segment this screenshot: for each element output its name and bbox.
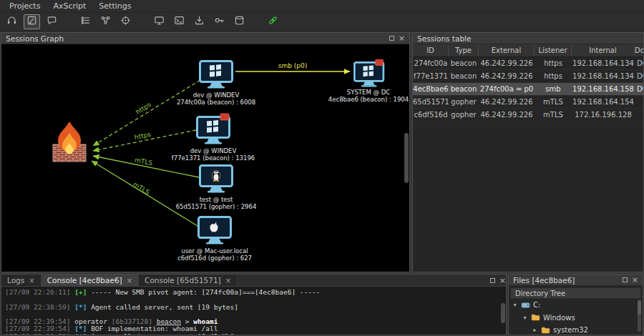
session-row-f77e1371[interactable]: f77e1371beacon46.242.99.226https192.168.…	[413, 70, 644, 83]
console-line: [27/09 22:26:11] [+] ----- New SMB pivot…	[5, 289, 502, 296]
storage-icon	[234, 15, 245, 29]
tree-item-label: C:	[533, 301, 540, 309]
directory-tree-header-label: Directory Tree	[515, 290, 565, 297]
node-label: test @ test	[200, 196, 233, 203]
cell-id: f77e1371	[413, 72, 449, 80]
voice-chat-button[interactable]	[4, 14, 20, 29]
popout-icon[interactable]	[623, 277, 628, 282]
jobs-button[interactable]	[77, 14, 94, 29]
session-row-c6df516d[interactable]: c6df516dgopher46.242.99.226mTLS172.16.19…	[413, 109, 644, 122]
sessions-graph-titlebar: Sessions Graph ×	[1, 33, 409, 44]
console-output[interactable]: [27/09 22:26:11] [+] ----- New SMB pivot…	[1, 287, 506, 335]
console-scrollbar[interactable]	[501, 303, 505, 323]
session-node-f77e1371[interactable]: dev @ WINDEV f77e1371 (beacon) : 13196	[172, 114, 255, 162]
expander-open-icon[interactable]: ▾	[522, 315, 528, 321]
node-sublabel: 4ec8bae6 (beacon) : 1904	[328, 96, 409, 103]
link-icon	[268, 15, 278, 29]
popout-icon[interactable]	[389, 36, 394, 41]
cell-external: 46.242.99.226	[479, 98, 535, 106]
expander-open-icon[interactable]: ▾	[512, 302, 518, 308]
tab-close-icon[interactable]: ×	[127, 277, 132, 285]
cell-listener: smb	[535, 85, 572, 93]
tab-logs[interactable]: Logs×	[1, 275, 42, 286]
chat-icon	[47, 15, 57, 29]
sessions-table-title: Sessions table	[417, 34, 471, 43]
sessions-graph-canvas[interactable]: https https mTLS mTLS smb (p0)	[1, 44, 409, 272]
chat-button[interactable]	[44, 14, 60, 29]
column-header-type[interactable]: Type	[449, 44, 479, 56]
node-sublabel: f77e1371 (beacon) : 13196	[172, 154, 255, 162]
tab-close-icon[interactable]: ×	[225, 277, 231, 285]
toolbar	[0, 13, 644, 31]
close-icon[interactable]: ×	[399, 34, 405, 42]
targets-button[interactable]	[117, 14, 134, 29]
cell-id: 4ec8bae6	[413, 85, 449, 93]
column-header-listener[interactable]: Listener	[535, 44, 572, 56]
menu-item-projects[interactable]: Projects	[3, 1, 47, 11]
elevated-badge	[220, 114, 229, 120]
tree-item-windows[interactable]: ▾Windows	[509, 312, 643, 325]
popout-icon[interactable]	[490, 278, 495, 283]
directory-tree: ▾C:▾Windows▸system32	[509, 299, 643, 335]
session-row-4ec8bae6[interactable]: 4ec8bae6beacon274fc00a = p0smb192.168.16…	[413, 83, 644, 96]
terminal-button[interactable]	[171, 14, 187, 29]
close-icon[interactable]: ×	[499, 277, 506, 285]
session-node-65d51571[interactable]: test @ test 65d51571 (gopher) : 2964	[176, 166, 257, 211]
connect-button[interactable]	[265, 14, 281, 29]
sessions-table-titlebar: Sessions table	[413, 33, 643, 44]
cell-external: 274fc00a = p0	[479, 85, 535, 93]
session-row-274fc00a[interactable]: 274fc00abeacon46.242.99.226https192.168.…	[413, 57, 644, 70]
storage-button[interactable]	[231, 14, 248, 29]
session-row-65d51571[interactable]: 65d51571gopher46.242.99.226mTLS192.168.1…	[413, 96, 644, 109]
session-node-274fc00a[interactable]: dev @ WINDEV 274fc00a (beacon) : 6008	[177, 61, 255, 107]
node-sublabel: c6df516d (gopher) : 627	[177, 255, 252, 262]
cell-listener: mTLS	[535, 111, 572, 119]
sessions-graph-view-button[interactable]	[97, 14, 114, 29]
column-header-domain[interactable]: Domain	[635, 44, 644, 56]
session-node-4ec8bae6[interactable]: SYSTEM @ DC 4ec8bae6 (beacon) : 1904	[328, 59, 409, 103]
tree-scrollbar-thumb[interactable]	[638, 300, 641, 315]
tree-item-label: system32	[553, 326, 588, 334]
tab-close-icon[interactable]: ×	[29, 277, 34, 285]
cell-domain: DO	[635, 72, 644, 80]
menu-bar: ProjectsAxScriptSettings	[0, 0, 644, 13]
files-title: Files [4ec8bae6]	[513, 276, 575, 285]
windows-monitor-icon	[354, 59, 383, 87]
edge-label-https-2: https	[134, 131, 152, 141]
tree-item-system32[interactable]: ▸system32	[509, 324, 643, 335]
console-dock: Logs×Console [4ec8bae6]×Console [65d5157…	[1, 274, 507, 335]
tab-console-4ec8bae6-[interactable]: Console [4ec8bae6]×	[42, 275, 139, 286]
screens-button[interactable]	[151, 14, 167, 29]
tab-label: Logs	[7, 276, 24, 285]
cell-external: 46.242.99.226	[479, 111, 535, 119]
cell-listener: https	[535, 59, 572, 67]
elevated-badge	[376, 59, 384, 65]
edge-label-smb: smb (p0)	[278, 62, 308, 69]
cell-type: gopher	[449, 111, 479, 119]
notes-button[interactable]	[24, 14, 40, 29]
console-line: [27/09 22:38:59] [*] Agent called server…	[5, 304, 502, 311]
expander-closed-icon[interactable]: ▸	[532, 327, 538, 333]
graph-scrollbar[interactable]	[404, 133, 409, 183]
column-header-external[interactable]: External	[479, 44, 535, 56]
node-label: dev @ WINDEV	[190, 147, 237, 154]
tree-item-c[interactable]: ▾C:	[509, 299, 643, 312]
cell-id: c6df516d	[413, 111, 449, 119]
tab-console-65d51571-[interactable]: Console [65d51571]×	[139, 275, 238, 286]
firewall-node[interactable]	[53, 122, 86, 162]
tab-label: Console [65d51571]	[145, 276, 221, 285]
menu-item-axscript[interactable]: AxScript	[47, 1, 92, 11]
downloads-button[interactable]	[191, 14, 208, 29]
column-header-internal[interactable]: Internal	[572, 44, 635, 56]
credentials-button[interactable]	[211, 14, 228, 29]
folder-icon	[531, 314, 540, 321]
tree-item-label: Windows	[543, 314, 575, 322]
menu-item-settings[interactable]: Settings	[92, 1, 137, 11]
cell-type: beacon	[449, 72, 479, 80]
cell-internal: 192.168.164.134	[572, 72, 635, 80]
cell-type: beacon	[449, 59, 479, 67]
session-node-c6df516d[interactable]: user @ Mac-user.local c6df516d (gopher) …	[177, 217, 252, 262]
column-header-id[interactable]: ID	[413, 44, 449, 56]
sessions-graph-title: Sessions Graph	[6, 34, 64, 43]
close-icon[interactable]: ×	[632, 276, 638, 284]
